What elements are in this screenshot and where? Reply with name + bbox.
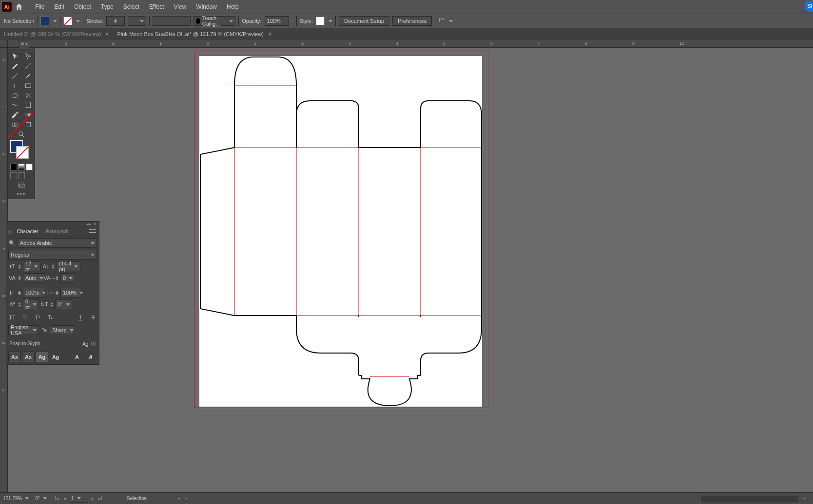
preferences-button[interactable]: Preferences bbox=[392, 16, 432, 26]
edit-toolbar-btn[interactable]: ••• bbox=[8, 190, 35, 199]
kerning-input[interactable]: Auto bbox=[23, 273, 44, 283]
stroke-swatch[interactable] bbox=[63, 17, 72, 25]
menu-effect[interactable]: Effect bbox=[144, 0, 169, 14]
scissors-tool[interactable] bbox=[21, 91, 35, 100]
svg-point-22 bbox=[25, 107, 26, 108]
stroke-color-control[interactable] bbox=[16, 146, 29, 159]
snap-angular-btn[interactable]: A bbox=[71, 352, 83, 362]
document-tab-1[interactable]: Untitled-3* @ 100.34 % (CMYK/Preview)✕ bbox=[0, 28, 113, 40]
menu-file[interactable]: File bbox=[30, 0, 49, 14]
panel-menu-icon[interactable] bbox=[89, 229, 96, 234]
opacity-input[interactable]: 100% bbox=[265, 16, 289, 26]
tracking-input[interactable]: 0 bbox=[60, 273, 75, 283]
stroke-label: Stroke: bbox=[86, 18, 103, 24]
find-font-icon[interactable]: 🔍 bbox=[8, 240, 16, 246]
info-icon[interactable]: ⓘ bbox=[91, 341, 96, 347]
brush-def-menu[interactable]: Touch Callig... bbox=[194, 16, 235, 26]
zoom-level[interactable]: 121.79% bbox=[0, 493, 32, 504]
scroll-h-left[interactable]: ◂ bbox=[183, 495, 190, 502]
align-icon[interactable] bbox=[438, 18, 445, 24]
draw-behind-btn[interactable] bbox=[18, 172, 25, 179]
snap-xheight-btn[interactable]: Ax bbox=[22, 352, 35, 362]
selection-tool[interactable] bbox=[8, 52, 21, 61]
glyph-preview-icon[interactable]: Ag bbox=[82, 341, 88, 347]
horizontal-scale-input[interactable]: 100% bbox=[60, 288, 82, 298]
kerning-icon: VA bbox=[8, 275, 16, 281]
snap-to-glyph-label: Snap to Glyph bbox=[9, 341, 40, 348]
dieline-artwork bbox=[199, 56, 482, 407]
curvature-tool[interactable] bbox=[21, 61, 35, 71]
font-size-input[interactable]: 12 pt bbox=[23, 261, 40, 271]
home-icon[interactable] bbox=[15, 2, 23, 11]
snap-anchor-btn[interactable]: A bbox=[84, 352, 97, 362]
svg-point-21 bbox=[30, 102, 31, 103]
color-mode-btn[interactable] bbox=[10, 164, 17, 170]
ruler-origin[interactable] bbox=[0, 40, 8, 48]
character-tab[interactable]: Character bbox=[13, 226, 42, 237]
character-panel[interactable]: ◂◂✕ ◊ Character Paragraph 🔍 Adobe Arabic… bbox=[6, 221, 99, 365]
artboard-nav-input[interactable]: 1 bbox=[69, 495, 88, 503]
draw-normal-btn[interactable] bbox=[10, 172, 17, 179]
none-mode-btn[interactable] bbox=[26, 164, 33, 170]
direct-selection-tool[interactable] bbox=[21, 52, 35, 61]
menu-window[interactable]: Window bbox=[191, 0, 222, 14]
rotate-tool[interactable] bbox=[8, 91, 21, 100]
free-transform-tool[interactable] bbox=[21, 100, 35, 110]
next-artboard-btn[interactable]: ▸ bbox=[89, 495, 96, 502]
style-swatch[interactable] bbox=[316, 17, 325, 25]
vertical-scale-input[interactable]: 100% bbox=[23, 288, 44, 298]
tools-panel[interactable]: T ••• bbox=[8, 48, 35, 199]
snap-prox-btn[interactable]: Ag bbox=[49, 352, 62, 362]
close-panel-icon[interactable]: ✕ bbox=[93, 222, 97, 226]
menu-select[interactable]: Select bbox=[118, 0, 144, 14]
menu-view[interactable]: View bbox=[169, 0, 192, 14]
share-button[interactable]: Sh bbox=[805, 1, 813, 12]
snap-baseline-btn[interactable]: Ax bbox=[8, 352, 21, 362]
fill-swatch[interactable] bbox=[40, 17, 49, 25]
aa-icon: ªa bbox=[40, 327, 48, 333]
font-size-icon: τT bbox=[8, 263, 16, 269]
menu-type[interactable]: Type bbox=[96, 0, 118, 14]
screen-mode-btn[interactable] bbox=[8, 180, 35, 190]
stroke-weight-input[interactable] bbox=[106, 16, 125, 26]
paintbrush-tool[interactable] bbox=[21, 71, 35, 81]
font-style-input[interactable]: Regular bbox=[8, 250, 97, 260]
leading-input[interactable]: (14.4 pt) bbox=[57, 261, 80, 271]
first-artboard-btn[interactable]: I◂ bbox=[53, 495, 60, 502]
menu-object[interactable]: Object bbox=[69, 0, 96, 14]
horizontal-scrollbar[interactable] bbox=[701, 496, 798, 502]
leading-icon: A↕ bbox=[42, 263, 50, 269]
collapse-icon[interactable]: ◂◂ bbox=[86, 222, 91, 226]
paragraph-tab[interactable]: Paragraph bbox=[42, 226, 73, 237]
close-tab-2-icon[interactable]: ✕ bbox=[268, 31, 272, 37]
menu-help[interactable]: Help bbox=[222, 0, 244, 14]
document-tab-2[interactable]: Pink Moon Box GuaSHa OIl.ai* @ 121.79 % … bbox=[113, 28, 275, 40]
char-rotation-input[interactable]: 0° bbox=[55, 299, 72, 309]
canvas[interactable] bbox=[8, 48, 813, 492]
ruler-horizontal[interactable]: 4 3 2 1 0 1 2 3 4 5 6 7 8 9 10 bbox=[8, 40, 813, 48]
brush-stroke-menu[interactable] bbox=[153, 16, 191, 26]
line-tool[interactable] bbox=[8, 71, 21, 81]
language-input[interactable]: English: USA bbox=[8, 325, 39, 335]
width-tool[interactable] bbox=[8, 100, 21, 110]
last-artboard-btn[interactable]: ▸I bbox=[97, 495, 104, 502]
document-setup-button[interactable]: Document Setup bbox=[339, 16, 389, 26]
antialias-input[interactable]: Sharp bbox=[50, 325, 74, 335]
prev-artboard-btn[interactable]: ◂ bbox=[61, 495, 68, 502]
tab-artboard-nav[interactable]: ✕▾ bbox=[19, 40, 29, 48]
eyedropper-tool[interactable] bbox=[8, 110, 21, 120]
type-tool[interactable]: T bbox=[8, 81, 21, 91]
scroll-h-right[interactable]: ▸ bbox=[801, 495, 808, 502]
gradient-mode-btn[interactable] bbox=[18, 164, 25, 170]
pen-tool[interactable] bbox=[8, 61, 21, 71]
svg-point-23 bbox=[30, 107, 31, 108]
menu-edit[interactable]: Edit bbox=[49, 0, 69, 14]
zoom-tool[interactable] bbox=[8, 130, 35, 139]
baseline-shift-input[interactable]: 0 pt bbox=[23, 299, 39, 309]
rectangle-tool[interactable] bbox=[21, 81, 35, 91]
rotate-view[interactable]: 0° bbox=[32, 493, 50, 504]
snap-glyph-btn[interactable]: Ag bbox=[36, 352, 48, 362]
font-family-input[interactable]: Adobe Arabic bbox=[18, 238, 97, 248]
close-tab-1-icon[interactable]: ✕ bbox=[105, 31, 109, 37]
var-width-profile[interactable] bbox=[128, 16, 146, 26]
